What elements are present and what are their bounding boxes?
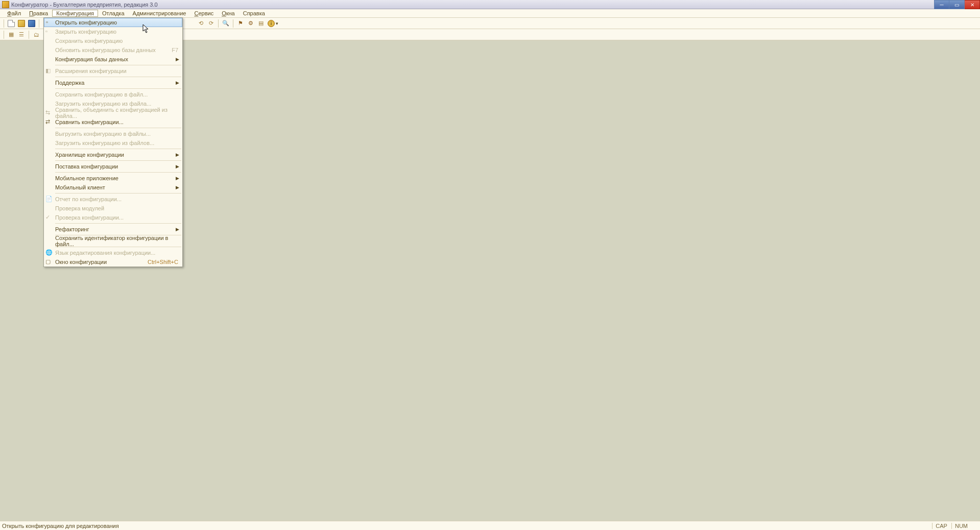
menu-item-34[interactable]: ▢Окно конфигурацииCtrl+Shift+C [44,257,182,267]
maximize-button[interactable]: ▭ [949,0,965,9]
undo-button[interactable]: ⟲ [196,19,205,28]
menu-item-20[interactable]: Поставка конфигурации▶ [44,162,182,171]
menu-item-4[interactable]: Конфигурация базы данных▶ [44,55,182,64]
undo-icon: ⟲ [199,20,203,27]
lang-icon: 🌐 [45,249,53,256]
menu-item-1: ▫Закрыть конфигурацию [44,27,182,36]
menu-отладка[interactable]: Отладка [98,10,128,17]
report-icon: 📄 [45,196,53,203]
menu-item-22[interactable]: Мобильное приложение▶ [44,174,182,183]
menu-item-6: ◧Расширения конфигурации [44,66,182,76]
find-button[interactable]: 🔍 [221,19,230,28]
menu-item-label: Проверка модулей [55,205,104,211]
app-icon [2,1,9,8]
menu-shortcut: F7 [172,47,178,53]
panel-icon: ▦ [9,31,14,38]
configuration-dropdown: ▫Открыть конфигурацию▫Закрыть конфигурац… [43,17,183,267]
open-button[interactable] [17,19,26,28]
tool-btn-1[interactable]: ⚑ [236,19,245,28]
menu-item-label: Загрузить конфигурацию из файлов... [55,140,154,146]
menu-окна[interactable]: Окна [218,10,239,17]
menu-item-15: Выгрузить конфигурацию в файлы... [44,129,182,138]
tb2-btn-3[interactable]: 🗂 [32,30,41,39]
close-button[interactable]: ✕ [965,0,980,9]
menu-item-2: Сохранить конфигурацию [44,36,182,45]
menu-item-23[interactable]: Мобильный клиент▶ [44,183,182,192]
menu-item-label: Хранилище конфигурации [55,152,124,158]
num-indicator: NUM [951,523,971,529]
menu-справка[interactable]: Справка [239,10,269,17]
redo-button[interactable]: ⟳ [206,19,216,28]
menu-item-label: Закрыть конфигурацию [55,29,116,35]
menu-item-18[interactable]: Хранилище конфигурации▶ [44,150,182,159]
window-icon: ▢ [45,258,53,266]
menu-item-12: ⇆Сравнить, объединить с конфигурацией из… [44,108,182,117]
submenu-arrow-icon: ▶ [176,152,179,157]
submenu-arrow-icon: ▶ [176,176,179,181]
menu-item-33: 🌐Язык редактирования конфигурации... [44,248,182,257]
menu-item-label: Сравнить конфигурации... [55,119,124,125]
statusbar: Открыть конфигурацию для редактирования … [0,521,980,530]
merge-icon: ⇆ [45,109,53,116]
menu-item-label: Сохранить конфигурацию в файл... [55,91,148,98]
menu-администрирование[interactable]: Администрирование [129,10,190,17]
tool-btn-2[interactable]: ⚙ [246,19,255,28]
menu-item-label: Сохранить конфигурацию [55,38,123,44]
check-icon: ✓ [45,214,53,221]
tb2-btn-2[interactable]: ☰ [17,30,26,39]
save-button[interactable] [27,19,36,28]
titlebar: Конфигуратор - Бухгалтерия предприятия, … [0,0,980,9]
menu-separator [55,160,181,161]
menu-item-label: Мобильное приложение [55,175,118,181]
submenu-arrow-icon: ▶ [176,227,179,232]
menu-конфигурация[interactable]: Конфигурация [52,10,98,17]
menu-separator [55,65,181,65]
menu-shortcut: Ctrl+Shift+C [148,259,178,265]
menu-файл[interactable]: Файл [3,10,25,17]
status-text: Открыть конфигурацию для редактирования [2,523,119,529]
menu-item-16: Загрузить конфигурацию из файлов... [44,138,182,148]
redo-icon: ⟳ [209,20,213,27]
find-icon: 🔍 [222,20,229,27]
minimize-button[interactable]: ─ [934,0,949,9]
menu-item-29[interactable]: Рефакторинг▶ [44,225,182,234]
menu-separator [55,172,181,173]
menu-item-label: Окно конфигурации [55,259,107,265]
menu-item-3: Обновить конфигурацию базы данныхF7 [44,45,182,55]
menu-item-label: Отчет по конфигурации... [55,196,122,202]
menu-сервис[interactable]: Сервис [190,10,218,17]
menu-item-label: Рефакторинг [55,226,89,232]
window-title: Конфигуратор - Бухгалтерия предприятия, … [11,2,158,8]
menu-item-label: Расширения конфигурации [55,68,127,74]
menu-item-label: Поставка конфигурации [55,163,118,170]
menubar: ФайлПравкаКонфигурацияОтладкаАдминистрир… [0,9,980,18]
menu-item-26: Проверка модулей [44,204,182,213]
help-icon: i [268,20,275,27]
doc-x-icon: ▫ [45,28,53,35]
menu-item-label: Выгрузить конфигурацию в файлы... [55,131,151,137]
caps-indicator: CAP [932,523,950,529]
tool-btn-3[interactable]: ▤ [256,19,266,28]
menu-правка[interactable]: Правка [25,10,52,17]
menu-item-13[interactable]: ⇄Сравнить конфигурации... [44,117,182,127]
menu-separator [55,223,181,224]
menu-item-31[interactable]: Сохранить идентификатор конфигурации в ф… [44,236,182,246]
help-button[interactable]: i [267,19,276,28]
compare-icon: ⇄ [45,118,53,126]
dropdown-indicator[interactable]: ▾ [276,21,278,26]
tb2-btn-1[interactable]: ▦ [7,30,16,39]
menu-item-27: ✓Проверка конфигурации... [44,213,182,222]
menu-item-8[interactable]: Поддержка▶ [44,78,182,87]
new-button[interactable] [7,19,16,28]
menu-item-10: Сохранить конфигурацию в файл... [44,90,182,99]
list-icon: ☰ [19,31,24,38]
menu-separator [55,128,181,128]
doc-icon: ▫ [46,19,53,26]
menu-item-25: 📄Отчет по конфигурации... [44,195,182,204]
menu-item-0[interactable]: ▫Открыть конфигурацию [44,18,182,27]
submenu-arrow-icon: ▶ [176,80,179,85]
submenu-arrow-icon: ▶ [176,185,179,190]
stack-icon: ▤ [258,20,264,27]
menu-item-label: Открыть конфигурацию [55,19,117,26]
submenu-arrow-icon: ▶ [176,57,179,62]
